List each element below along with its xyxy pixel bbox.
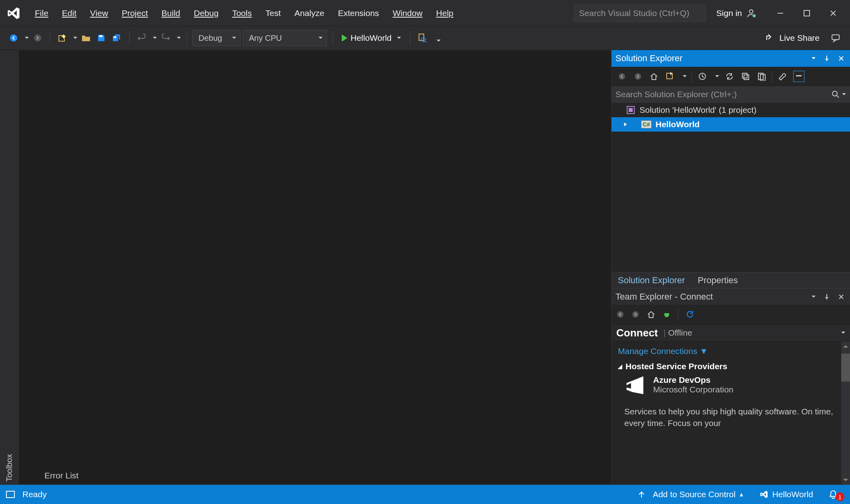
close-panel-button[interactable] <box>836 291 847 302</box>
window-mode-icon[interactable] <box>6 490 15 498</box>
undo-button[interactable] <box>135 30 148 46</box>
nav-forward-button[interactable] <box>632 71 644 82</box>
panel-options-button[interactable] <box>807 53 818 64</box>
svg-rect-23 <box>629 108 633 112</box>
hosted-providers-header[interactable]: ◢ Hosted Service Providers <box>618 362 844 371</box>
solution-explorer-search[interactable]: Search Solution Explorer (Ctrl+;) <box>611 86 850 103</box>
menu-help[interactable]: Help <box>429 0 460 26</box>
panel-options-button[interactable] <box>807 291 818 302</box>
nav-forward-button[interactable] <box>631 310 640 318</box>
menu-tools[interactable]: Tools <box>225 0 259 26</box>
sign-in-button[interactable]: Sign in + <box>716 8 756 18</box>
add-to-source-control-button[interactable]: Add to Source Control ▲ <box>653 490 744 499</box>
chevron-down-icon[interactable] <box>841 332 845 336</box>
chevron-down-icon[interactable] <box>177 37 181 41</box>
team-explorer-header[interactable]: Team Explorer - Connect <box>611 288 850 305</box>
provider-description: Services to help you ship high quality s… <box>624 406 844 429</box>
error-list-tab[interactable]: Error List <box>42 471 81 484</box>
collapse-all-button[interactable] <box>740 71 751 82</box>
svg-text:+: + <box>753 13 756 18</box>
save-all-button[interactable] <box>110 30 124 46</box>
svg-rect-17 <box>744 75 749 80</box>
chevron-down-icon[interactable] <box>73 37 77 41</box>
nav-back-button[interactable] <box>616 71 627 82</box>
svg-point-4 <box>10 34 17 42</box>
connect-header[interactable]: Connect | Offline <box>611 324 850 342</box>
sync-views-button[interactable] <box>664 71 676 82</box>
refresh-button[interactable] <box>686 310 694 319</box>
svg-rect-11 <box>832 35 839 40</box>
solution-icon <box>626 105 635 115</box>
chevron-down-icon[interactable] <box>715 75 719 79</box>
nav-back-button[interactable] <box>616 310 624 318</box>
home-button[interactable] <box>647 310 656 319</box>
right-panel-tabs: Solution Explorer Properties <box>611 272 850 288</box>
nav-forward-button[interactable] <box>31 30 44 46</box>
svg-point-12 <box>619 73 625 80</box>
global-search-input[interactable]: Search Visual Studio (Ctrl+Q) <box>574 5 706 22</box>
properties-button[interactable] <box>777 71 788 82</box>
toolbox-tab[interactable]: Toolbox <box>4 56 15 485</box>
start-debug-button[interactable]: HelloWorld <box>339 33 404 43</box>
main-toolbar: Debug Any CPU HelloWorld Live Share <box>0 26 850 50</box>
tab-solution-explorer[interactable]: Solution Explorer <box>611 273 692 288</box>
live-share-button[interactable]: Live Share <box>765 33 820 43</box>
csharp-project-icon: C# <box>641 120 652 128</box>
save-button[interactable] <box>95 30 108 46</box>
chevron-down-icon[interactable] <box>153 37 157 41</box>
new-item-button[interactable] <box>56 30 68 46</box>
platform-dropdown[interactable]: Any CPU <box>243 30 327 46</box>
menu-file[interactable]: File <box>28 0 55 26</box>
redo-button[interactable] <box>159 30 172 46</box>
chevron-down-icon[interactable] <box>25 37 29 41</box>
menu-build[interactable]: Build <box>155 0 187 26</box>
menu-debug[interactable]: Debug <box>187 0 225 26</box>
status-project[interactable]: HelloWorld <box>760 490 813 499</box>
minimize-button[interactable] <box>773 6 788 20</box>
find-in-files-button[interactable] <box>416 30 429 46</box>
chevron-down-icon[interactable] <box>842 93 846 97</box>
menu-window[interactable]: Window <box>386 0 429 26</box>
menu-view[interactable]: View <box>83 0 115 26</box>
plug-connect-icon[interactable] <box>663 310 671 319</box>
open-file-button[interactable] <box>80 30 92 46</box>
svg-rect-16 <box>742 73 747 78</box>
chevron-down-icon[interactable] <box>683 75 687 79</box>
nav-back-button[interactable] <box>7 30 20 46</box>
refresh-button[interactable] <box>724 71 735 82</box>
svg-point-13 <box>635 73 641 80</box>
solution-node[interactable]: Solution 'HelloWorld' (1 project) <box>611 103 850 117</box>
pending-changes-button[interactable] <box>697 71 708 82</box>
azure-devops-icon <box>624 375 647 398</box>
menu-project[interactable]: Project <box>115 0 154 26</box>
home-button[interactable] <box>648 71 660 82</box>
team-explorer-body: Manage Connections ▼ ◢ Hosted Service Pr… <box>611 342 850 485</box>
menu-analyze[interactable]: Analyze <box>288 0 331 26</box>
pin-button[interactable] <box>821 53 832 64</box>
user-icon: + <box>746 8 756 18</box>
menu-extensions[interactable]: Extensions <box>331 0 386 26</box>
tab-properties[interactable]: Properties <box>692 273 744 288</box>
status-ready: Ready <box>22 490 47 499</box>
close-panel-button[interactable] <box>836 53 847 64</box>
project-node[interactable]: C# HelloWorld <box>611 117 850 132</box>
notifications-button[interactable]: 1 <box>828 488 844 501</box>
visual-studio-small-icon <box>760 490 768 499</box>
pin-button[interactable] <box>821 291 832 302</box>
preview-selected-button[interactable] <box>793 71 804 82</box>
configuration-dropdown[interactable]: Debug <box>192 30 241 46</box>
menu-edit[interactable]: Edit <box>55 0 83 26</box>
solution-explorer-header[interactable]: Solution Explorer <box>611 50 850 67</box>
solution-explorer-toolbar <box>611 67 850 86</box>
maximize-button[interactable] <box>800 6 814 20</box>
manage-connections-link[interactable]: Manage Connections ▼ <box>618 346 708 356</box>
provider-azure-devops[interactable]: Azure DevOps Microsoft Corporation <box>624 375 844 398</box>
menu-test[interactable]: Test <box>259 0 288 26</box>
show-all-files-button[interactable] <box>756 71 767 82</box>
chevron-down-icon[interactable] <box>437 40 441 44</box>
svg-rect-26 <box>6 491 14 498</box>
expand-arrow-icon <box>623 122 628 127</box>
scrollbar-thumb[interactable] <box>841 354 850 382</box>
close-button[interactable] <box>826 6 840 20</box>
feedback-button[interactable] <box>829 30 843 46</box>
